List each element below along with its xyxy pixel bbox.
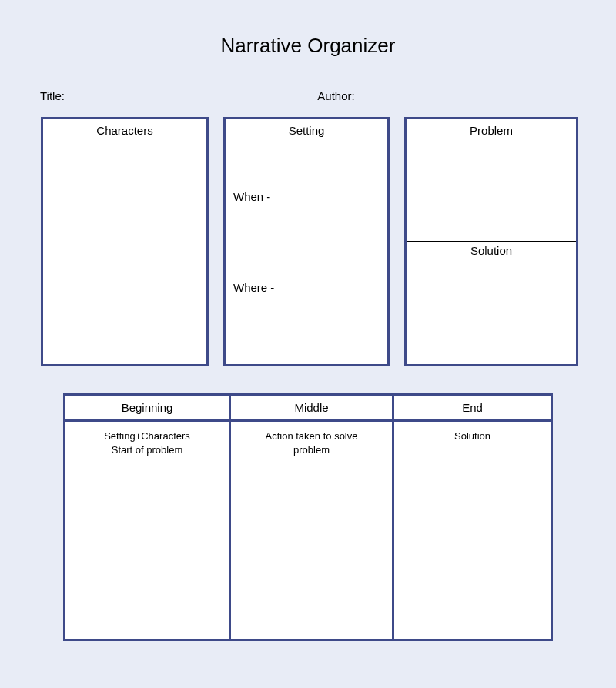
- setting-header: Setting: [226, 119, 387, 140]
- end-body: Solution: [394, 422, 551, 443]
- middle-body-line2: problem: [293, 444, 330, 456]
- story-grid: Beginning Setting+Characters Start of pr…: [63, 393, 553, 641]
- end-header: End: [394, 396, 551, 422]
- beginning-body-line2: Start of problem: [112, 444, 183, 456]
- page-title: Narrative Organizer: [0, 34, 616, 58]
- problem-header: Problem: [407, 119, 576, 140]
- characters-box: Characters: [41, 117, 209, 366]
- middle-body-line1: Action taken to solve: [266, 430, 358, 442]
- grid-col-end: End Solution: [392, 396, 551, 639]
- title-field-line[interactable]: [68, 92, 308, 102]
- setting-where-label: Where -: [233, 281, 274, 294]
- setting-when-label: When -: [233, 190, 270, 203]
- middle-header: Middle: [231, 396, 392, 422]
- beginning-body-line1: Setting+Characters: [104, 430, 190, 442]
- grid-col-middle: Middle Action taken to solve problem: [229, 396, 392, 639]
- end-body-line1: Solution: [454, 430, 490, 442]
- beginning-header: Beginning: [65, 396, 229, 422]
- characters-header: Characters: [43, 119, 206, 140]
- author-field-line[interactable]: [358, 92, 547, 102]
- grid-col-beginning: Beginning Setting+Characters Start of pr…: [65, 396, 229, 639]
- middle-body: Action taken to solve problem: [231, 422, 392, 457]
- setting-box: Setting When - Where -: [223, 117, 390, 366]
- problem-box: Problem Solution: [404, 117, 578, 366]
- title-field-label: Title:: [40, 89, 65, 102]
- author-field-label: Author:: [317, 89, 354, 102]
- beginning-body: Setting+Characters Start of problem: [65, 422, 229, 457]
- solution-header: Solution: [407, 241, 576, 257]
- fields-row: Title: Author:: [40, 89, 579, 102]
